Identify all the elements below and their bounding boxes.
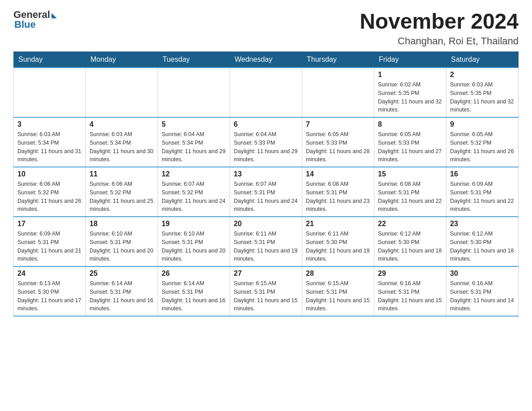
calendar-cell: 5Sunrise: 6:04 AMSunset: 5:34 PMDaylight…	[158, 117, 230, 167]
day-info: Sunrise: 6:06 AMSunset: 5:32 PMDaylight:…	[17, 180, 82, 214]
day-info: Sunrise: 6:04 AMSunset: 5:33 PMDaylight:…	[234, 130, 298, 164]
day-number: 17	[17, 220, 82, 228]
day-info: Sunrise: 6:11 AMSunset: 5:30 PMDaylight:…	[306, 230, 370, 263]
day-number: 28	[306, 270, 370, 278]
day-number: 10	[17, 170, 82, 178]
day-number: 14	[306, 170, 370, 178]
day-number: 2	[450, 71, 515, 79]
day-info: Sunrise: 6:12 AMSunset: 5:30 PMDaylight:…	[378, 230, 442, 263]
day-info: Sunrise: 6:10 AMSunset: 5:31 PMDaylight:…	[90, 230, 154, 263]
day-number: 3	[17, 120, 82, 128]
calendar-cell: 20Sunrise: 6:11 AMSunset: 5:31 PMDayligh…	[230, 217, 302, 266]
calendar-cell: 18Sunrise: 6:10 AMSunset: 5:31 PMDayligh…	[86, 217, 158, 266]
calendar-cell: 29Sunrise: 6:16 AMSunset: 5:31 PMDayligh…	[374, 266, 446, 316]
calendar-week-row: 10Sunrise: 6:06 AMSunset: 5:32 PMDayligh…	[14, 167, 519, 217]
day-info: Sunrise: 6:03 AMSunset: 5:35 PMDaylight:…	[450, 81, 515, 114]
day-info: Sunrise: 6:15 AMSunset: 5:31 PMDaylight:…	[234, 279, 298, 313]
calendar-cell: 3Sunrise: 6:03 AMSunset: 5:34 PMDaylight…	[14, 117, 86, 167]
calendar-cell: 7Sunrise: 6:05 AMSunset: 5:33 PMDaylight…	[302, 117, 374, 167]
calendar-header-row: SundayMondayTuesdayWednesdayThursdayFrid…	[14, 52, 519, 68]
calendar-cell: 15Sunrise: 6:08 AMSunset: 5:31 PMDayligh…	[374, 167, 446, 217]
calendar-cell: 2Sunrise: 6:03 AMSunset: 5:35 PMDaylight…	[446, 68, 519, 117]
day-number: 5	[162, 120, 226, 128]
calendar-cell: 14Sunrise: 6:08 AMSunset: 5:31 PMDayligh…	[302, 167, 374, 217]
day-number: 7	[306, 120, 370, 128]
day-number: 11	[90, 170, 154, 178]
day-of-week-header: Saturday	[446, 52, 519, 68]
calendar-week-row: 17Sunrise: 6:09 AMSunset: 5:31 PMDayligh…	[14, 217, 519, 266]
logo-blue-text: Blue	[14, 19, 36, 30]
day-number: 22	[378, 220, 442, 228]
logo: General Blue	[13, 9, 57, 30]
day-number: 8	[378, 120, 442, 128]
day-info: Sunrise: 6:02 AMSunset: 5:35 PMDaylight:…	[378, 81, 442, 114]
day-number: 27	[234, 270, 298, 278]
calendar-cell	[14, 68, 86, 117]
calendar-table: SundayMondayTuesdayWednesdayThursdayFrid…	[13, 51, 519, 317]
day-info: Sunrise: 6:14 AMSunset: 5:31 PMDaylight:…	[162, 279, 226, 313]
calendar-cell: 28Sunrise: 6:15 AMSunset: 5:31 PMDayligh…	[302, 266, 374, 316]
calendar-cell	[158, 68, 230, 117]
calendar-cell: 10Sunrise: 6:06 AMSunset: 5:32 PMDayligh…	[14, 167, 86, 217]
calendar-cell: 24Sunrise: 6:13 AMSunset: 5:30 PMDayligh…	[14, 266, 86, 316]
day-of-week-header: Wednesday	[230, 52, 302, 68]
day-info: Sunrise: 6:04 AMSunset: 5:34 PMDaylight:…	[162, 130, 226, 164]
day-info: Sunrise: 6:03 AMSunset: 5:34 PMDaylight:…	[17, 130, 82, 164]
day-info: Sunrise: 6:11 AMSunset: 5:31 PMDaylight:…	[234, 230, 298, 263]
day-number: 21	[306, 220, 370, 228]
calendar-cell: 22Sunrise: 6:12 AMSunset: 5:30 PMDayligh…	[374, 217, 446, 266]
day-info: Sunrise: 6:05 AMSunset: 5:32 PMDaylight:…	[450, 130, 515, 164]
day-info: Sunrise: 6:09 AMSunset: 5:31 PMDaylight:…	[450, 180, 515, 214]
day-number: 24	[17, 270, 82, 278]
calendar-cell: 23Sunrise: 6:12 AMSunset: 5:30 PMDayligh…	[446, 217, 519, 266]
calendar-week-row: 1Sunrise: 6:02 AMSunset: 5:35 PMDaylight…	[14, 68, 519, 117]
calendar-cell: 13Sunrise: 6:07 AMSunset: 5:31 PMDayligh…	[230, 167, 302, 217]
calendar-cell: 25Sunrise: 6:14 AMSunset: 5:31 PMDayligh…	[86, 266, 158, 316]
day-number: 12	[162, 170, 226, 178]
logo-triangle-icon	[51, 13, 57, 18]
day-of-week-header: Sunday	[14, 52, 86, 68]
day-info: Sunrise: 6:10 AMSunset: 5:31 PMDaylight:…	[162, 230, 226, 263]
calendar-cell	[86, 68, 158, 117]
month-title: November 2024	[360, 9, 519, 34]
calendar-cell	[302, 68, 374, 117]
day-number: 30	[450, 270, 515, 278]
calendar-week-row: 24Sunrise: 6:13 AMSunset: 5:30 PMDayligh…	[14, 266, 519, 316]
day-info: Sunrise: 6:16 AMSunset: 5:31 PMDaylight:…	[450, 279, 515, 313]
day-info: Sunrise: 6:03 AMSunset: 5:34 PMDaylight:…	[90, 130, 154, 164]
calendar-cell: 6Sunrise: 6:04 AMSunset: 5:33 PMDaylight…	[230, 117, 302, 167]
calendar-cell: 11Sunrise: 6:06 AMSunset: 5:32 PMDayligh…	[86, 167, 158, 217]
page-header: General Blue November 2024 Changhan, Roi…	[13, 9, 519, 47]
day-number: 1	[378, 71, 442, 79]
day-number: 29	[378, 270, 442, 278]
day-info: Sunrise: 6:05 AMSunset: 5:33 PMDaylight:…	[378, 130, 442, 164]
day-info: Sunrise: 6:14 AMSunset: 5:31 PMDaylight:…	[90, 279, 154, 313]
day-number: 25	[90, 270, 154, 278]
calendar-cell: 30Sunrise: 6:16 AMSunset: 5:31 PMDayligh…	[446, 266, 519, 316]
title-section: November 2024 Changhan, Roi Et, Thailand	[360, 9, 519, 47]
calendar-cell: 21Sunrise: 6:11 AMSunset: 5:30 PMDayligh…	[302, 217, 374, 266]
location-subtitle: Changhan, Roi Et, Thailand	[360, 35, 519, 47]
day-info: Sunrise: 6:15 AMSunset: 5:31 PMDaylight:…	[306, 279, 370, 313]
calendar-cell: 17Sunrise: 6:09 AMSunset: 5:31 PMDayligh…	[14, 217, 86, 266]
day-number: 23	[450, 220, 515, 228]
day-number: 6	[234, 120, 298, 128]
calendar-cell: 27Sunrise: 6:15 AMSunset: 5:31 PMDayligh…	[230, 266, 302, 316]
day-number: 19	[162, 220, 226, 228]
day-info: Sunrise: 6:09 AMSunset: 5:31 PMDaylight:…	[17, 230, 82, 263]
calendar-cell: 1Sunrise: 6:02 AMSunset: 5:35 PMDaylight…	[374, 68, 446, 117]
calendar-cell: 9Sunrise: 6:05 AMSunset: 5:32 PMDaylight…	[446, 117, 519, 167]
day-number: 4	[90, 120, 154, 128]
day-number: 13	[234, 170, 298, 178]
day-info: Sunrise: 6:12 AMSunset: 5:30 PMDaylight:…	[450, 230, 515, 263]
day-number: 20	[234, 220, 298, 228]
day-number: 9	[450, 120, 515, 128]
calendar-cell: 16Sunrise: 6:09 AMSunset: 5:31 PMDayligh…	[446, 167, 519, 217]
day-info: Sunrise: 6:05 AMSunset: 5:33 PMDaylight:…	[306, 130, 370, 164]
day-info: Sunrise: 6:07 AMSunset: 5:31 PMDaylight:…	[234, 180, 298, 214]
day-number: 16	[450, 170, 515, 178]
day-info: Sunrise: 6:07 AMSunset: 5:32 PMDaylight:…	[162, 180, 226, 214]
calendar-week-row: 3Sunrise: 6:03 AMSunset: 5:34 PMDaylight…	[14, 117, 519, 167]
day-of-week-header: Tuesday	[158, 52, 230, 68]
calendar-cell: 19Sunrise: 6:10 AMSunset: 5:31 PMDayligh…	[158, 217, 230, 266]
